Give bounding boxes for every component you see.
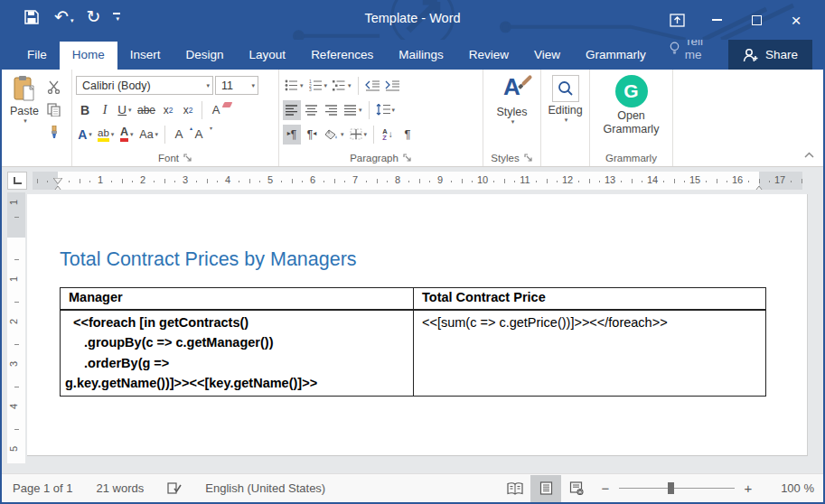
ltr-text-direction-button[interactable]: ▸¶ bbox=[283, 125, 301, 145]
italic-button[interactable]: I bbox=[96, 100, 114, 120]
bold-button[interactable]: B bbox=[76, 100, 94, 120]
font-family-input[interactable] bbox=[82, 79, 204, 92]
cut-button[interactable] bbox=[43, 77, 63, 97]
web-layout-button[interactable] bbox=[561, 475, 592, 502]
shading-button[interactable]: ▾ bbox=[323, 125, 346, 145]
styles-caret[interactable]: ▾ bbox=[511, 118, 515, 126]
ruler-number: 1 bbox=[98, 174, 103, 185]
line-spacing-button[interactable]: ▾ bbox=[374, 100, 398, 120]
ribbon-tabs: FileHomeInsertDesignLayoutReferencesMail… bbox=[14, 42, 659, 70]
clear-formatting-button[interactable]: A bbox=[207, 100, 225, 120]
ruler-row: 1234567891011121314151617 bbox=[2, 167, 823, 192]
language-indicator[interactable]: English (United States) bbox=[205, 481, 325, 495]
grammarly-logo-icon: G bbox=[623, 80, 638, 102]
tab-file[interactable]: File bbox=[14, 42, 60, 70]
copy-button[interactable] bbox=[43, 99, 63, 119]
table-header-price[interactable]: Total Contract Price bbox=[414, 288, 766, 310]
editing-caret[interactable]: ▾ bbox=[565, 117, 568, 124]
tab-view[interactable]: View bbox=[521, 42, 573, 70]
highlight-color-button[interactable]: ab▾ bbox=[96, 125, 116, 145]
grow-font-button[interactable]: A▴ bbox=[170, 125, 188, 145]
horizontal-ruler[interactable]: 1234567891011121314151617 bbox=[33, 172, 802, 190]
paste-dropdown-caret[interactable]: ▾ bbox=[23, 117, 27, 125]
zoom-slider[interactable] bbox=[619, 488, 735, 489]
font-size-caret[interactable]: ▾ bbox=[251, 82, 255, 89]
align-right-button[interactable] bbox=[323, 100, 341, 120]
share-button[interactable]: Share bbox=[728, 40, 812, 70]
decrease-indent-button[interactable] bbox=[363, 76, 381, 96]
table-cell-manager-template[interactable]: <<foreach [in getContracts() .groupBy(c … bbox=[61, 310, 414, 397]
collapse-ribbon-button[interactable] bbox=[804, 145, 814, 162]
print-layout-icon bbox=[539, 481, 553, 495]
underline-button[interactable]: U▾ bbox=[116, 100, 134, 120]
tab-stop-selector[interactable] bbox=[7, 172, 27, 190]
ruler-number: 13 bbox=[605, 174, 615, 185]
tab-insert[interactable]: Insert bbox=[117, 42, 173, 70]
maximize-button[interactable] bbox=[736, 0, 776, 40]
tab-mailings[interactable]: Mailings bbox=[386, 42, 456, 70]
font-color-button[interactable]: A▾ bbox=[117, 125, 136, 145]
zoom-in-button[interactable]: + bbox=[735, 481, 762, 496]
table-cell-price-template[interactable]: <<[sum(c => c.getPrice())]>><</foreach>> bbox=[414, 310, 766, 397]
align-center-button[interactable] bbox=[303, 100, 321, 120]
tab-references[interactable]: References bbox=[298, 42, 386, 70]
styles-button[interactable]: A bbox=[503, 73, 520, 104]
subscript-button[interactable]: x2 bbox=[159, 100, 177, 120]
justify-button[interactable]: ▾ bbox=[342, 100, 364, 120]
word-window: ↶▾ ↻ ▾ Template - Word × FileHomeInsertD… bbox=[0, 0, 825, 504]
zoom-out-button[interactable]: − bbox=[592, 481, 619, 496]
numbering-button[interactable]: 123 ▾ bbox=[307, 76, 330, 96]
borders-button[interactable]: ▾ bbox=[348, 125, 370, 145]
minimize-button[interactable] bbox=[697, 0, 736, 40]
tab-grammarly[interactable]: Grammarly bbox=[573, 42, 659, 70]
document-heading[interactable]: Total Contract Prices by Managers bbox=[60, 248, 357, 271]
open-grammarly-button[interactable]: G bbox=[615, 75, 648, 107]
styles-dialog-launcher[interactable] bbox=[524, 154, 533, 163]
font-size-input[interactable] bbox=[221, 79, 249, 92]
proofing-status[interactable] bbox=[167, 481, 182, 495]
document-table[interactable]: Manager Total Contract Price <<foreach [… bbox=[60, 287, 766, 397]
ruler-number: 5 bbox=[267, 174, 273, 185]
page[interactable]: Total Contract Prices by Managers Manage… bbox=[27, 194, 808, 456]
shrink-font-button[interactable]: A▾ bbox=[190, 125, 208, 145]
sort-button[interactable]: AZ ↓ bbox=[379, 125, 397, 145]
show-hide-marks-button[interactable]: ¶ bbox=[398, 125, 417, 145]
ruler-number: 11 bbox=[520, 174, 530, 185]
vertical-ruler[interactable]: 112345 bbox=[7, 192, 25, 463]
table-header-manager[interactable]: Manager bbox=[61, 288, 414, 310]
font-family-caret[interactable]: ▾ bbox=[206, 82, 210, 89]
ruler-number: 16 bbox=[732, 174, 743, 185]
editing-button[interactable] bbox=[552, 75, 579, 102]
ruler-number: 8 bbox=[395, 174, 400, 185]
read-mode-button[interactable] bbox=[500, 475, 530, 502]
tab-layout[interactable]: Layout bbox=[237, 42, 299, 70]
rtl-text-direction-button[interactable]: ¶◂ bbox=[303, 125, 321, 145]
ruler-number: 6 bbox=[310, 174, 315, 185]
zoom-slider-thumb[interactable] bbox=[668, 482, 674, 494]
tab-design[interactable]: Design bbox=[173, 42, 237, 70]
font-size-combo[interactable]: ▾ bbox=[215, 76, 258, 95]
justify-icon bbox=[344, 105, 357, 116]
close-button[interactable]: × bbox=[776, 0, 816, 40]
font-dialog-launcher[interactable] bbox=[183, 154, 192, 163]
word-count[interactable]: 21 words bbox=[97, 481, 145, 495]
increase-indent-button[interactable] bbox=[383, 76, 401, 96]
paragraph-dialog-launcher[interactable] bbox=[403, 154, 412, 163]
paste-button[interactable]: Paste ▾ bbox=[5, 73, 43, 148]
tab-review[interactable]: Review bbox=[456, 42, 521, 70]
format-painter-button[interactable] bbox=[43, 122, 63, 142]
superscript-button[interactable]: x2 bbox=[179, 100, 197, 120]
font-family-combo[interactable]: ▾ bbox=[76, 76, 213, 95]
align-left-button[interactable] bbox=[283, 100, 301, 120]
zoom-percentage[interactable]: 100 % bbox=[762, 481, 814, 495]
multilevel-list-button[interactable]: ▾ bbox=[331, 76, 353, 96]
tab-home[interactable]: Home bbox=[60, 42, 117, 70]
strikethrough-button[interactable]: abe bbox=[136, 100, 157, 120]
bullets-button[interactable]: ▾ bbox=[283, 76, 305, 96]
page-indicator[interactable]: Page 1 of 1 bbox=[13, 481, 73, 495]
print-layout-button[interactable] bbox=[530, 475, 561, 502]
web-layout-icon bbox=[569, 481, 584, 495]
ribbon-display-options-button[interactable] bbox=[657, 0, 697, 40]
text-effects-button[interactable]: A▾ bbox=[76, 125, 94, 145]
change-case-button[interactable]: Aa▾ bbox=[137, 125, 160, 145]
